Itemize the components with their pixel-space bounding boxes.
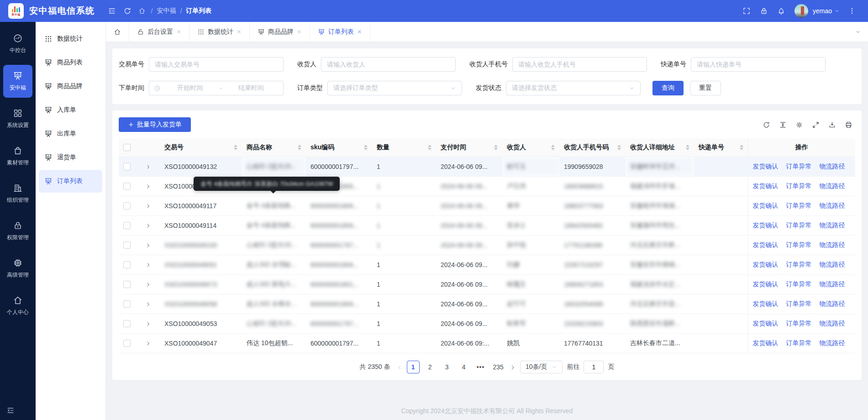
sidebar-collapse-button[interactable] — [6, 406, 15, 415]
menu-item-inbound[interactable]: 入库单 — [39, 99, 102, 121]
batch-import-button[interactable]: 批量导入发货单 — [119, 117, 191, 132]
sidebar-item-advanced[interactable]: 高级管理 — [3, 252, 32, 285]
row-checkbox[interactable] — [123, 163, 131, 170]
page-button-1[interactable]: 1 — [407, 361, 420, 373]
tab-product-brand[interactable]: 商品品牌 — [250, 22, 310, 42]
expand-row-icon[interactable] — [145, 301, 151, 307]
logistics-route-link[interactable]: 物流路径 — [819, 163, 845, 170]
ship-confirm-link[interactable]: 发货确认 — [753, 261, 779, 268]
sort-icon[interactable] — [617, 145, 621, 150]
date-range-picker[interactable]: 开始时间 - 结束时间 — [149, 81, 284, 95]
sidebar-item-personal[interactable]: 个人中心 — [3, 289, 32, 322]
sort-icon[interactable] — [364, 145, 368, 150]
ship-confirm-link[interactable]: 发货确认 — [753, 163, 779, 170]
ship-confirm-link[interactable]: 发货确认 — [753, 202, 779, 209]
expand-row-icon[interactable] — [145, 223, 151, 229]
notifications-button[interactable] — [773, 3, 789, 19]
table-row[interactable]: XSO10000049114 金号 4条装纯棉... 600000001806.… — [119, 215, 855, 235]
sidebar-item-console[interactable]: 中控台 — [3, 27, 32, 60]
menu-item-data-stats[interactable]: 数据统计 — [39, 27, 102, 50]
close-icon[interactable] — [357, 29, 362, 34]
menu-fold-button[interactable] — [104, 3, 120, 19]
ship-confirm-link[interactable]: 发货确认 — [753, 320, 779, 327]
sort-icon[interactable] — [494, 145, 498, 150]
more-pages-button[interactable]: ••• — [474, 361, 487, 373]
row-checkbox[interactable] — [123, 300, 131, 308]
sidebar-item-organization[interactable]: 组织管理 — [3, 177, 32, 210]
menu-item-returns[interactable]: 退货单 — [39, 146, 102, 169]
menu-item-order-list[interactable]: 订单列表 — [39, 170, 102, 193]
logistics-route-link[interactable]: 物流路径 — [819, 339, 845, 346]
search-button[interactable]: 查询 — [652, 81, 684, 95]
row-height-icon[interactable] — [779, 121, 787, 129]
table-row[interactable]: XSO10000049073 超人SID 新电大... 600000001801… — [119, 274, 855, 294]
page-button-4[interactable]: 4 — [458, 361, 470, 373]
sort-icon[interactable] — [234, 145, 237, 150]
trade-no-input[interactable] — [149, 57, 284, 72]
logistics-route-link[interactable]: 物流路径 — [819, 280, 845, 288]
reset-button[interactable]: 重置 — [690, 81, 721, 95]
row-checkbox[interactable] — [123, 340, 131, 347]
row-checkbox[interactable] — [123, 320, 131, 327]
table-row[interactable]: XSO10000049100 心相印 2提共20... 600000001797… — [119, 235, 855, 255]
order-type-select[interactable]: 请选择订单类型 — [327, 81, 462, 95]
sort-icon[interactable] — [428, 145, 431, 150]
expand-table-icon[interactable] — [812, 121, 820, 129]
refresh-page-button[interactable] — [120, 3, 135, 19]
row-checkbox[interactable] — [123, 281, 131, 288]
close-icon[interactable] — [297, 29, 302, 34]
goto-page-input[interactable] — [584, 361, 604, 373]
sort-icon[interactable] — [298, 145, 301, 150]
page-size-select[interactable]: 10条/页 — [520, 361, 563, 373]
ship-confirm-link[interactable]: 发货确认 — [753, 221, 779, 229]
menu-item-product-list[interactable]: 商品列表 — [39, 51, 102, 74]
expand-row-icon[interactable] — [145, 164, 151, 170]
sort-icon[interactable] — [551, 145, 555, 150]
fullscreen-button[interactable] — [739, 3, 754, 19]
row-checkbox[interactable] — [123, 222, 131, 229]
order-abnormal-link[interactable]: 订单异常 — [786, 280, 811, 288]
logistics-route-link[interactable]: 物流路径 — [819, 320, 845, 327]
order-abnormal-link[interactable]: 订单异常 — [786, 202, 811, 209]
sidebar-item-system-settings[interactable]: 系统设置 — [3, 102, 32, 135]
select-all-checkbox[interactable] — [123, 144, 131, 151]
sort-icon[interactable] — [686, 145, 689, 150]
tab-home[interactable] — [106, 22, 129, 42]
menu-item-product-brand[interactable]: 商品品牌 — [39, 75, 102, 98]
ship-confirm-link[interactable]: 发货确认 — [753, 182, 779, 189]
sort-icon[interactable] — [740, 145, 743, 150]
ship-confirm-link[interactable]: 发货确认 — [753, 280, 779, 288]
table-row[interactable]: XSO10000049132 心相印 2提共20... 600000001797… — [119, 157, 855, 176]
receiver-input[interactable] — [321, 57, 456, 72]
ship-confirm-link[interactable]: 发货确认 — [753, 241, 779, 248]
tab-order-list[interactable]: 订单列表 — [310, 22, 370, 42]
refresh-table-icon[interactable] — [763, 121, 770, 129]
table-row[interactable]: XSO10000049053 心相印 2提共20... 600000001797… — [119, 314, 855, 333]
order-abnormal-link[interactable]: 订单异常 — [786, 241, 811, 248]
breadcrumb-section[interactable]: 安中福 — [157, 7, 176, 15]
next-page-button[interactable] — [510, 363, 516, 370]
order-abnormal-link[interactable]: 订单异常 — [786, 261, 811, 268]
order-abnormal-link[interactable]: 订单异常 — [786, 300, 811, 307]
row-checkbox[interactable] — [123, 202, 131, 210]
sidebar-item-anzhongfu[interactable]: 安中福 — [3, 65, 32, 98]
table-row[interactable]: XSO10000049058 超人SID 全棉水... 600000001806… — [119, 294, 855, 314]
end-time-placeholder[interactable]: 结束时间 — [223, 84, 279, 92]
row-checkbox[interactable] — [123, 242, 131, 249]
more-actions-button[interactable] — [844, 3, 860, 19]
order-abnormal-link[interactable]: 订单异常 — [786, 339, 811, 346]
ship-confirm-link[interactable]: 发货确认 — [753, 339, 779, 346]
start-time-placeholder[interactable]: 开始时间 — [163, 84, 218, 92]
column-settings-icon[interactable] — [795, 121, 803, 129]
print-icon[interactable] — [845, 121, 852, 129]
row-checkbox[interactable] — [123, 261, 131, 268]
expand-row-icon[interactable] — [145, 203, 151, 209]
tab-backend-settings[interactable]: 后台设置 — [129, 22, 189, 42]
avatar[interactable] — [794, 4, 808, 18]
prev-page-button[interactable] — [396, 363, 403, 370]
table-row[interactable]: XSO10000049091 超人SID 全理贴... 600000001806… — [119, 255, 855, 274]
close-icon[interactable] — [237, 29, 242, 34]
order-abnormal-link[interactable]: 订单异常 — [786, 221, 811, 229]
expand-row-icon[interactable] — [145, 282, 151, 288]
logistics-route-link[interactable]: 物流路径 — [819, 221, 845, 229]
